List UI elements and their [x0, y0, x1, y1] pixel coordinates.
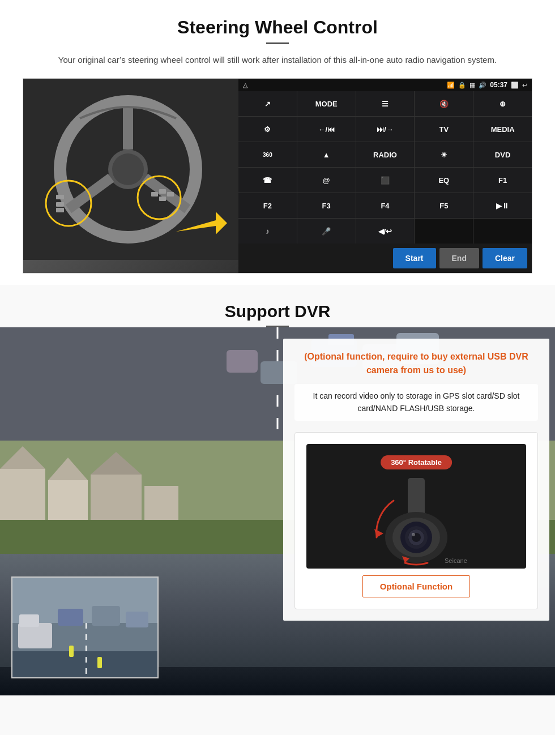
dvr-camera-visual: 360° Rotatable — [306, 444, 526, 569]
svg-rect-41 — [12, 651, 159, 678]
svg-rect-10 — [56, 195, 64, 199]
radio-btn-dvd[interactable]: DVD — [473, 142, 532, 167]
optional-function-label: Optional Function — [362, 575, 470, 597]
svg-rect-49 — [97, 657, 102, 668]
radio-btn-apps[interactable]: ⊕ — [473, 91, 532, 116]
steering-wheel-section: Steering Wheel Control Your original car… — [0, 0, 555, 285]
svg-rect-44 — [92, 606, 120, 626]
svg-rect-43 — [58, 609, 83, 626]
dvr-content-area: (Optional function, require to buy exter… — [0, 327, 555, 724]
radio-empty-2 — [473, 219, 532, 244]
steering-control-display: △ 📶 🔒 ▦ 🔊 05:37 ⬜ ↩ ↗ MODE ☰ 🔇 — [23, 78, 532, 274]
svg-text:Seicane: Seicane — [445, 557, 467, 564]
status-right: 📶 🔒 ▦ 🔊 05:37 ⬜ ↩ — [447, 81, 527, 89]
radio-btn-f1[interactable]: F1 — [473, 168, 532, 193]
radio-btn-brightness[interactable]: ☀ — [415, 142, 473, 167]
radio-btn-tv[interactable]: TV — [415, 117, 473, 142]
window-icon: ⬜ — [511, 82, 519, 89]
radio-btn-mic[interactable]: 🎤 — [297, 219, 356, 244]
steering-wheel-image — [23, 79, 238, 273]
radio-btn-music[interactable]: ♪ — [238, 219, 297, 244]
lock-icon: 🔒 — [458, 82, 466, 89]
back-icon: ↩ — [522, 82, 527, 89]
end-button[interactable]: End — [439, 248, 479, 268]
dvr-thumbnail-image — [11, 576, 159, 678]
badge-360: 360° Rotatable — [381, 455, 452, 469]
dvr-info-overlay: (Optional function, require to buy exter… — [283, 339, 549, 621]
svg-point-3 — [112, 153, 144, 185]
radio-button-grid: ↗ MODE ☰ 🔇 ⊕ ⚙ ←/⏮ ⏭/→ TV MEDIA 360 ▲ RA… — [238, 91, 532, 244]
radio-ui-panel: △ 📶 🔒 ▦ 🔊 05:37 ⬜ ↩ ↗ MODE ☰ 🔇 — [238, 79, 532, 273]
dvr-camera-box: 360° Rotatable — [294, 432, 538, 609]
radio-btn-media[interactable]: MEDIA — [473, 117, 532, 142]
radio-btn-settings[interactable]: ⚙ — [238, 117, 297, 142]
radio-btn-nav[interactable]: ↗ — [238, 91, 297, 116]
radio-btn-eject[interactable]: ▲ — [297, 142, 356, 167]
svg-rect-14 — [159, 189, 166, 194]
radio-status-bar: △ 📶 🔒 ▦ 🔊 05:37 ⬜ ↩ — [238, 79, 532, 91]
radio-btn-next[interactable]: ⏭/→ — [356, 117, 415, 142]
radio-btn-f2[interactable]: F2 — [238, 193, 297, 218]
radio-btn-menu[interactable]: ☰ — [356, 91, 415, 116]
dvr-title: Support DVR — [0, 302, 555, 321]
svg-rect-45 — [126, 612, 148, 627]
radio-btn-phone[interactable]: ☎ — [238, 168, 297, 193]
svg-rect-12 — [56, 208, 64, 212]
section1-title: Steering Wheel Control — [23, 17, 532, 38]
radio-btn-internet[interactable]: @ — [297, 168, 356, 193]
dvr-optional-text: (Optional function, require to buy exter… — [294, 350, 538, 377]
section1-description: Your original car’s steering wheel contr… — [34, 53, 521, 67]
status-time: 05:37 — [490, 81, 507, 89]
radio-btn-eq[interactable]: EQ — [415, 168, 473, 193]
radio-btn-f5[interactable]: F5 — [415, 193, 473, 218]
radio-bottom-controls: Start End Clear — [238, 244, 532, 273]
thumbnail-svg — [12, 578, 159, 678]
home-icon: △ — [243, 82, 247, 89]
radio-btn-360cam[interactable]: 360 — [238, 142, 297, 167]
dvr-description: It can record video only to storage in G… — [294, 384, 538, 421]
radio-btn-back[interactable]: ◀/↩ — [356, 219, 415, 244]
svg-rect-47 — [19, 614, 39, 627]
svg-rect-16 — [159, 197, 166, 201]
wifi-icon: 📶 — [447, 82, 455, 89]
radio-btn-mode[interactable]: MODE — [297, 91, 356, 116]
steering-wheel-svg — [23, 79, 238, 260]
sim-icon: ▦ — [469, 82, 475, 89]
svg-rect-11 — [56, 202, 64, 207]
clear-button[interactable]: Clear — [483, 248, 527, 268]
svg-rect-13 — [151, 192, 158, 197]
section1-divider — [266, 42, 289, 44]
dvr-section: Support DVR — [0, 285, 555, 735]
volume-icon: 🔊 — [479, 82, 486, 89]
radio-empty-1 — [415, 219, 473, 244]
radio-btn-radio[interactable]: RADIO — [356, 142, 415, 167]
svg-rect-37 — [227, 350, 258, 373]
svg-rect-15 — [167, 192, 174, 197]
svg-point-59 — [412, 533, 415, 536]
status-left: △ — [243, 82, 247, 89]
radio-btn-playpause[interactable]: ▶⏸ — [473, 193, 532, 218]
start-button[interactable]: Start — [393, 248, 436, 268]
radio-btn-f4[interactable]: F4 — [356, 193, 415, 218]
radio-btn-f3[interactable]: F3 — [297, 193, 356, 218]
svg-rect-48 — [69, 646, 74, 657]
radio-btn-prev[interactable]: ←/⏮ — [297, 117, 356, 142]
radio-btn-screen[interactable]: ⬛ — [356, 168, 415, 193]
radio-btn-mute[interactable]: 🔇 — [415, 91, 473, 116]
